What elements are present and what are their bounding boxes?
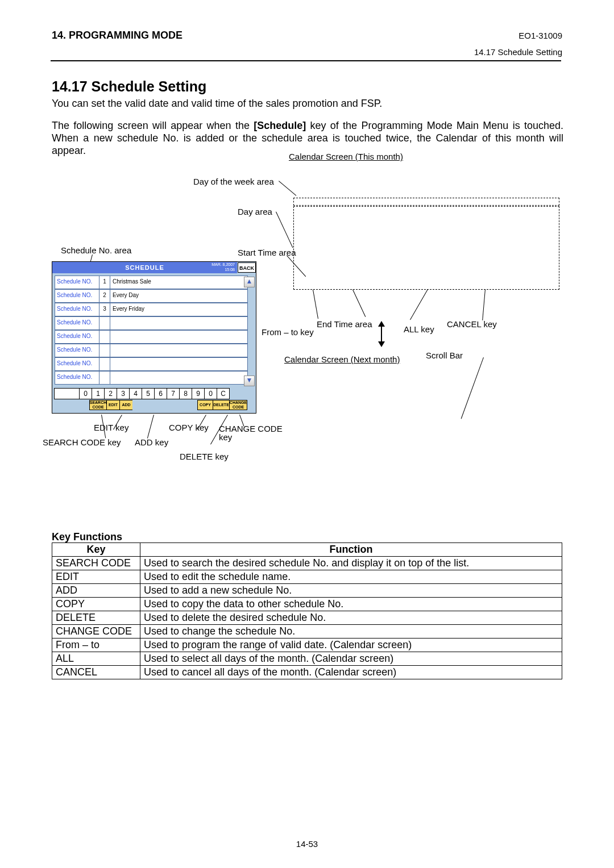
kf-func: Used to change the schedule No.: [140, 625, 562, 639]
schedule-name: [110, 344, 247, 357]
from-to-key-label: From – to key: [262, 327, 314, 337]
scroll-bar-label: Scroll Bar: [426, 350, 463, 360]
kf-func: Used to edit the schedule name.: [140, 570, 562, 584]
schedule-row[interactable]: Schedule NO.2Every Day: [55, 289, 248, 303]
num-key[interactable]: 0: [204, 388, 217, 399]
schedule-name: [110, 317, 247, 329]
change-code-button[interactable]: CHANGECODE: [229, 400, 247, 410]
callout-line: [410, 289, 428, 320]
num-key[interactable]: C: [217, 388, 230, 399]
num-blank: [54, 388, 80, 399]
schedule-num: [99, 317, 110, 329]
schedule-row[interactable]: Schedule NO.: [55, 316, 248, 330]
kf-header-key: Key: [52, 543, 140, 557]
header-right: EO1-31009: [518, 31, 562, 40]
kf-key: From – to: [52, 639, 140, 652]
schedule-no-cell: Schedule NO.: [55, 276, 99, 289]
num-key[interactable]: 4: [129, 388, 142, 399]
number-row: 0 1 2 3 4 5 6 7 8 9 0 C: [55, 388, 230, 399]
schedule-no-cell: Schedule NO.: [55, 372, 99, 384]
search-code-key-label: SEARCH CODE key: [43, 437, 121, 447]
day-placeholder: [293, 206, 559, 290]
key-functions-table: KeyFunction SEARCH CODEUsed to search th…: [52, 542, 562, 679]
num-key[interactable]: 1: [92, 388, 105, 399]
kf-func: Used to delete the desired schedule No.: [140, 611, 562, 625]
schedule-row[interactable]: Schedule NO.: [55, 344, 248, 357]
add-button[interactable]: ADD: [119, 400, 133, 410]
num-key[interactable]: 5: [142, 388, 155, 399]
scroll-up-button[interactable]: ▲: [244, 277, 255, 287]
schedule-key-ref: [Schedule]: [254, 120, 306, 131]
kf-func: Used to copy the data to other schedule …: [140, 598, 562, 611]
kf-func: Used to program the range of valid date.…: [140, 639, 562, 652]
num-key[interactable]: 2: [104, 388, 117, 399]
kf-key: ADD: [52, 584, 140, 598]
num-key[interactable]: 0: [79, 388, 92, 399]
end-time-area-label: End Time area: [317, 319, 372, 329]
kf-func: Used to select all days of the month. (C…: [140, 652, 562, 666]
schedule-name: [110, 331, 247, 343]
schedule-no-cell: Schedule NO.: [55, 317, 99, 329]
scroll-double-arrow-icon: [378, 322, 385, 346]
schedule-num: [99, 331, 110, 343]
schedule-row[interactable]: Schedule NO.: [55, 330, 248, 344]
schedule-screen: SCHEDULE MAR. 8,2007 15:08 BACK Schedule…: [52, 261, 256, 414]
schedule-num: [99, 358, 110, 370]
schedule-no-cell: Schedule NO.: [55, 331, 99, 343]
num-key[interactable]: 3: [117, 388, 130, 399]
schedule-num: 2: [99, 290, 110, 302]
header-sub: 14.17 Schedule Setting: [474, 47, 562, 57]
button-row: SEARCHCODEEDITADDCOPYDELETECHANGECODE: [55, 400, 247, 410]
edit-key-label: EDIT key: [94, 423, 128, 432]
button-gap: [132, 400, 198, 410]
day-of-week-area-label: Day of the week area: [193, 177, 274, 186]
kf-key: COPY: [52, 598, 140, 611]
calendar-this-month-label: Calendar Screen (This month): [289, 152, 403, 161]
page-number: 14-53: [0, 839, 614, 849]
header-left: 14. PROGRAMMING MODE: [52, 30, 182, 41]
header-rule: [51, 60, 561, 61]
num-key[interactable]: 7: [167, 388, 180, 399]
schedule-no-cell: Schedule NO.: [55, 303, 99, 316]
section-title: 14.17 Schedule Setting: [52, 78, 206, 95]
scroll-down-button[interactable]: ▼: [244, 375, 255, 386]
schedule-row[interactable]: Schedule NO.1Christmas Sale: [55, 276, 248, 289]
button-gap: [54, 400, 78, 410]
schedule-name: Every Day: [110, 290, 247, 302]
search-code-button[interactable]: SEARCHCODE: [89, 400, 107, 410]
dow-placeholder: [293, 198, 559, 206]
num-key[interactable]: 9: [192, 388, 205, 399]
schedule-num: [99, 372, 110, 384]
intro-para-1: You can set the valid date and valid tim…: [52, 98, 563, 110]
kf-func: Used to cancel all days of the month. (C…: [140, 666, 562, 679]
schedule-name: Christmas Sale: [110, 276, 247, 289]
kf-func: Used to add a new schedule No.: [140, 584, 562, 598]
callout-line: [482, 289, 486, 320]
kf-key: SEARCH CODE: [52, 557, 140, 570]
schedule-row[interactable]: Schedule NO.: [55, 357, 248, 371]
key-functions-title: Key Functions: [52, 531, 122, 543]
all-key-label: ALL key: [404, 324, 434, 334]
callout-line: [279, 181, 296, 195]
copy-button[interactable]: COPY: [197, 400, 213, 410]
kf-func: Used to search the desired schedule No. …: [140, 557, 562, 570]
callout-line: [352, 290, 366, 317]
schedule-name: [110, 358, 247, 370]
add-key-label: ADD key: [135, 437, 168, 447]
schedule-row[interactable]: Schedule NO.3Every Friday: [55, 303, 248, 316]
num-key[interactable]: 6: [154, 388, 167, 399]
copy-key-label: COPY key: [169, 423, 209, 432]
schedule-row[interactable]: Schedule NO.: [55, 371, 248, 385]
schedule-screen-datetime: MAR. 8,2007 15:08: [206, 262, 237, 273]
delete-button[interactable]: DELETE: [213, 400, 230, 410]
edit-button[interactable]: EDIT: [106, 400, 120, 410]
back-button[interactable]: BACK: [238, 262, 256, 273]
num-key[interactable]: 8: [179, 388, 192, 399]
calendar-next-month-label: Calendar Screen (Next month): [284, 354, 400, 364]
schedule-num: 3: [99, 303, 110, 316]
delete-key-label: DELETE key: [180, 452, 229, 461]
schedule-name: Every Friday: [110, 303, 247, 316]
schedule-no-cell: Schedule NO.: [55, 358, 99, 370]
kf-key: ALL: [52, 652, 140, 666]
p2a: The following screen will appear when th…: [52, 120, 254, 131]
